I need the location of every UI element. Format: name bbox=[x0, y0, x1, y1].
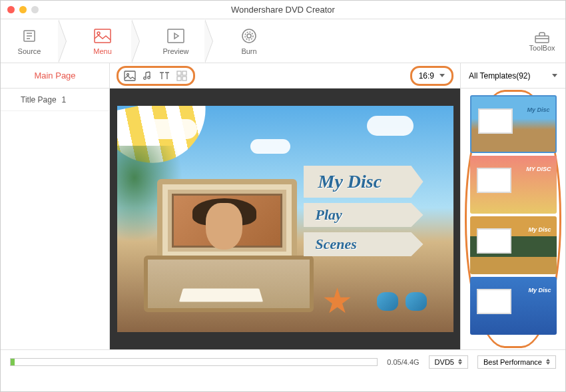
template-title: My Disc bbox=[528, 226, 551, 233]
stepper-icon bbox=[546, 359, 550, 365]
preview-area: My Disc Play Scenes bbox=[110, 89, 460, 349]
template-item[interactable]: MY DISC bbox=[470, 156, 557, 214]
menu-toolbar: 16:9 bbox=[110, 63, 460, 89]
svg-rect-13 bbox=[182, 71, 186, 75]
disc-type-select[interactable]: DVD5 bbox=[429, 355, 468, 369]
svg-point-4 bbox=[242, 29, 256, 43]
svg-rect-12 bbox=[177, 71, 181, 75]
svg-point-10 bbox=[144, 77, 146, 79]
window-title: Wondershare DVD Creator bbox=[231, 5, 335, 15]
center-panel: 16:9 My Disc Play bbox=[110, 63, 461, 349]
step-tabs: Source Menu Preview Burn ToolBox bbox=[1, 19, 565, 63]
stepper-icon bbox=[458, 359, 462, 365]
menu-play-button[interactable]: Play bbox=[304, 203, 424, 227]
titlebar: Wondershare DVD Creator bbox=[1, 1, 565, 19]
chapters-button[interactable] bbox=[174, 69, 189, 83]
capacity-fill bbox=[11, 359, 15, 365]
svg-rect-1 bbox=[95, 29, 111, 43]
sidebar-item-label: Title Page bbox=[21, 95, 57, 104]
disc-capacity-bar bbox=[10, 358, 378, 366]
svg-rect-8 bbox=[125, 71, 135, 81]
bottom-bar: 0.05/4.4G DVD5 Best Performance bbox=[1, 349, 565, 373]
svg-rect-7 bbox=[535, 36, 549, 43]
svg-point-11 bbox=[148, 76, 150, 79]
sidebar-item-index: 1 bbox=[62, 95, 67, 104]
toolbox-label: ToolBox bbox=[529, 44, 555, 52]
source-icon bbox=[21, 27, 38, 45]
svg-rect-15 bbox=[182, 77, 186, 81]
burn-icon bbox=[240, 27, 258, 45]
disc-size-label: 0.05/4.4G bbox=[387, 358, 419, 366]
minimize-icon[interactable] bbox=[19, 6, 27, 13]
sidebar-header[interactable]: Main Page bbox=[1, 63, 109, 89]
preview-icon bbox=[167, 27, 184, 45]
tab-label: Burn bbox=[241, 47, 256, 55]
template-item[interactable]: My Disc bbox=[470, 216, 557, 274]
aspect-ratio-select[interactable]: 16:9 bbox=[410, 66, 453, 86]
templates-header-label: All Templates(92) bbox=[469, 71, 530, 81]
background-music-button[interactable] bbox=[140, 69, 154, 83]
starfish-graphic bbox=[324, 288, 352, 315]
svg-point-2 bbox=[97, 32, 100, 35]
template-title: My Disc bbox=[527, 106, 549, 113]
tab-preview[interactable]: Preview bbox=[147, 19, 204, 63]
svg-point-9 bbox=[127, 73, 129, 75]
video-thumbnail-frame[interactable] bbox=[168, 190, 286, 252]
template-title: MY DISC bbox=[526, 166, 551, 172]
svg-rect-14 bbox=[177, 77, 181, 81]
menu-scenes-button[interactable]: Scenes bbox=[304, 232, 424, 256]
toolbox-button[interactable]: ToolBox bbox=[519, 19, 565, 63]
svg-point-5 bbox=[247, 34, 251, 38]
svg-point-6 bbox=[245, 32, 253, 40]
svg-rect-3 bbox=[168, 29, 184, 43]
disc-type-value: DVD5 bbox=[435, 358, 454, 366]
suitcase-graphic bbox=[144, 179, 314, 312]
templates-list[interactable]: My Disc MY DISC My Disc My Disc bbox=[461, 89, 565, 349]
template-title: My Disc bbox=[528, 287, 551, 294]
sidebar-item-title-page[interactable]: Title Page 1 bbox=[1, 89, 109, 111]
aspect-value: 16:9 bbox=[419, 71, 434, 81]
sunglasses-graphic bbox=[377, 292, 427, 312]
menu-icon bbox=[94, 27, 111, 45]
window-controls bbox=[7, 6, 39, 13]
chevron-down-icon bbox=[439, 74, 445, 77]
templates-dropdown[interactable]: All Templates(92) bbox=[461, 63, 565, 89]
toolbox-icon bbox=[534, 31, 550, 44]
quality-value: Best Performance bbox=[483, 358, 542, 366]
close-icon[interactable] bbox=[7, 6, 15, 13]
tab-label: Preview bbox=[162, 47, 188, 55]
tab-source[interactable]: Source bbox=[1, 19, 58, 63]
menu-buttons: My Disc Play Scenes bbox=[304, 166, 424, 262]
maximize-icon bbox=[31, 6, 39, 13]
template-item[interactable]: My Disc bbox=[470, 95, 557, 153]
sidebar: Main Page Title Page 1 bbox=[1, 63, 110, 349]
tab-burn[interactable]: Burn bbox=[220, 19, 278, 63]
templates-panel: All Templates(92) My Disc MY DISC My Dis… bbox=[461, 63, 565, 349]
edit-tools-group bbox=[117, 66, 195, 86]
text-button[interactable] bbox=[157, 69, 172, 83]
background-image-button[interactable] bbox=[123, 69, 137, 83]
tab-label: Menu bbox=[93, 47, 112, 55]
menu-preview[interactable]: My Disc Play Scenes bbox=[117, 106, 453, 332]
quality-select[interactable]: Best Performance bbox=[477, 355, 556, 369]
menu-title[interactable]: My Disc bbox=[304, 166, 424, 198]
tab-menu[interactable]: Menu bbox=[74, 19, 131, 63]
chevron-down-icon bbox=[552, 74, 557, 77]
tab-label: Source bbox=[18, 47, 41, 55]
template-item[interactable]: My Disc bbox=[470, 277, 557, 335]
